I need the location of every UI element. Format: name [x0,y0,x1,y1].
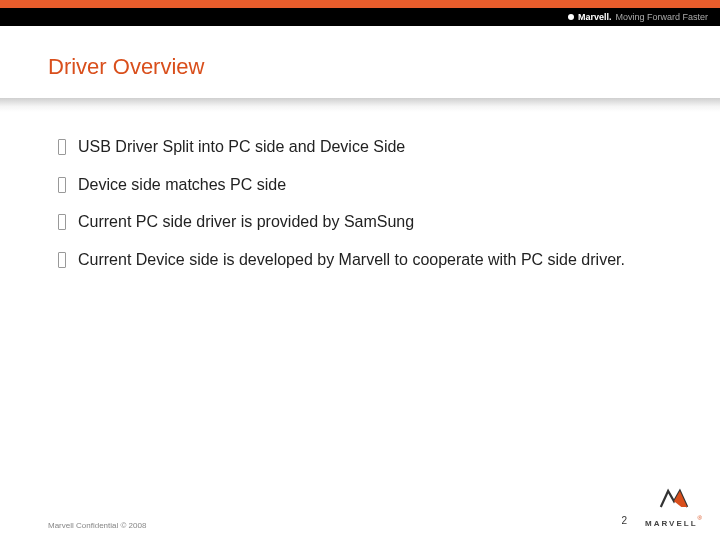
page-number: 2 [621,515,627,530]
title-section: Driver Overview [0,26,720,98]
footer: Marvell Confidential © 2008 2 MARVELL® [0,490,720,540]
footer-right: 2 MARVELL® [621,488,702,530]
orange-top-bar [0,0,720,8]
list-item: Current PC side driver is provided by Sa… [58,211,672,233]
marvell-logo: MARVELL® [645,488,702,530]
tagline-dot-icon [568,14,574,20]
list-item: USB Driver Split into PC side and Device… [58,136,672,158]
gradient-divider [0,98,720,112]
black-header-bar: Marvell. Moving Forward Faster [0,8,720,26]
tagline-text: Moving Forward Faster [615,12,708,22]
header-tagline: Marvell. Moving Forward Faster [568,12,708,22]
bullet-list: USB Driver Split into PC side and Device… [58,136,672,270]
logo-registered-icon: ® [698,515,702,521]
confidential-text: Marvell Confidential © 2008 [48,521,146,530]
logo-text-wrapper: MARVELL® [645,512,702,530]
content-section: USB Driver Split into PC side and Device… [0,112,720,270]
marvell-logo-icon [659,488,689,510]
tagline-brand: Marvell. [578,12,612,22]
list-item: Current Device side is developed by Marv… [58,249,672,271]
logo-text: MARVELL [645,519,698,528]
list-item: Device side matches PC side [58,174,672,196]
slide-title: Driver Overview [48,54,672,80]
